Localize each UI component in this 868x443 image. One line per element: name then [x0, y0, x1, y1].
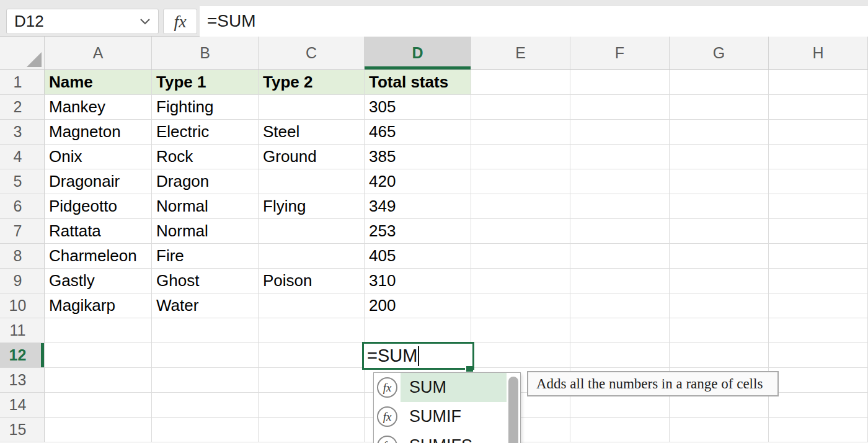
cell-A5[interactable]: Dragonair: [45, 169, 152, 194]
cell-H2[interactable]: [769, 95, 868, 120]
cell-F7[interactable]: [570, 219, 670, 244]
cell-G10[interactable]: [670, 293, 769, 318]
cell-B7[interactable]: Normal: [152, 219, 259, 244]
cell-H12[interactable]: [769, 343, 868, 368]
cell-G9[interactable]: [670, 269, 769, 293]
cell-C8[interactable]: [259, 244, 365, 269]
cell-H5[interactable]: [769, 169, 868, 194]
cell-H6[interactable]: [769, 194, 868, 219]
cell-G2[interactable]: [670, 95, 769, 120]
autocomplete-item-sumif[interactable]: fxSUMIF: [374, 402, 520, 431]
cell-C15[interactable]: [259, 418, 365, 442]
dropdown-scrollbar-thumb[interactable]: [508, 377, 518, 443]
cell-B12[interactable]: [152, 343, 259, 368]
cell-A8[interactable]: Charmeleon: [45, 244, 152, 269]
cell-B15[interactable]: [152, 418, 259, 442]
cell-C6[interactable]: Flying: [259, 194, 365, 219]
autocomplete-item-sumifs[interactable]: fxSUMIFS: [374, 431, 520, 443]
cell-G6[interactable]: [670, 194, 769, 219]
cell-F1[interactable]: [570, 70, 670, 95]
cell-H3[interactable]: [769, 120, 868, 145]
cell-H8[interactable]: [769, 244, 868, 269]
cell-A1[interactable]: Name: [45, 70, 152, 95]
cell-H10[interactable]: [769, 293, 868, 318]
cell-F2[interactable]: [570, 95, 670, 120]
cell-C9[interactable]: Poison: [259, 269, 365, 293]
row-header-12[interactable]: 12: [0, 343, 45, 368]
row-header-1[interactable]: 1: [0, 70, 45, 95]
cell-C1[interactable]: Type 2: [259, 70, 365, 95]
column-header-F[interactable]: F: [570, 37, 670, 70]
row-header-3[interactable]: 3: [0, 120, 45, 145]
cell-A7[interactable]: Rattata: [45, 219, 152, 244]
cell-B6[interactable]: Normal: [152, 194, 259, 219]
cell-A12[interactable]: [45, 343, 152, 368]
active-cell-editor[interactable]: =SUM: [362, 342, 474, 370]
column-header-G[interactable]: G: [670, 37, 769, 70]
cell-H1[interactable]: [769, 70, 868, 95]
select-all-button[interactable]: [0, 37, 45, 70]
cell-B1[interactable]: Type 1: [152, 70, 259, 95]
chevron-down-icon[interactable]: [140, 18, 151, 25]
cell-A4[interactable]: Onix: [45, 145, 152, 169]
cell-C4[interactable]: Ground: [259, 145, 365, 169]
row-header-14[interactable]: 14: [0, 393, 45, 418]
cell-A13[interactable]: [45, 368, 152, 393]
cell-F14[interactable]: [570, 393, 670, 418]
cell-A6[interactable]: Pidgeotto: [45, 194, 152, 219]
row-header-10[interactable]: 10: [0, 293, 45, 318]
cell-E6[interactable]: [471, 194, 570, 219]
cell-E5[interactable]: [471, 169, 570, 194]
column-header-D[interactable]: D: [365, 37, 471, 70]
row-header-15[interactable]: 15: [0, 418, 45, 442]
cell-D11[interactable]: [365, 318, 471, 343]
cell-C7[interactable]: [259, 219, 365, 244]
cell-C14[interactable]: [259, 393, 365, 418]
cell-A14[interactable]: [45, 393, 152, 418]
name-box[interactable]: D12: [6, 9, 159, 34]
cell-B11[interactable]: [152, 318, 259, 343]
fill-handle[interactable]: [465, 366, 473, 372]
cell-G5[interactable]: [670, 169, 769, 194]
column-header-H[interactable]: H: [769, 37, 868, 70]
cell-H15[interactable]: [769, 418, 868, 442]
cell-B8[interactable]: Fire: [152, 244, 259, 269]
cell-C3[interactable]: Steel: [259, 120, 365, 145]
row-header-8[interactable]: 8: [0, 244, 45, 269]
cell-B2[interactable]: Fighting: [152, 95, 259, 120]
cell-F15[interactable]: [570, 418, 670, 442]
autocomplete-item-sum[interactable]: fxSUM: [374, 373, 520, 402]
row-header-4[interactable]: 4: [0, 145, 45, 169]
cell-C11[interactable]: [259, 318, 365, 343]
cell-F11[interactable]: [570, 318, 670, 343]
cell-B4[interactable]: Rock: [152, 145, 259, 169]
column-header-E[interactable]: E: [471, 37, 570, 70]
cell-B5[interactable]: Dragon: [152, 169, 259, 194]
cell-C10[interactable]: [259, 293, 365, 318]
cell-F10[interactable]: [570, 293, 670, 318]
cell-E2[interactable]: [471, 95, 570, 120]
cell-B13[interactable]: [152, 368, 259, 393]
cell-A11[interactable]: [45, 318, 152, 343]
cell-D7[interactable]: 253: [365, 219, 471, 244]
cell-E4[interactable]: [471, 145, 570, 169]
cell-E8[interactable]: [471, 244, 570, 269]
cell-C13[interactable]: [259, 368, 365, 393]
cell-D6[interactable]: 349: [365, 194, 471, 219]
cell-H4[interactable]: [769, 145, 868, 169]
cell-D3[interactable]: 465: [365, 120, 471, 145]
cell-G12[interactable]: [670, 343, 769, 368]
row-header-5[interactable]: 5: [0, 169, 45, 194]
cell-D1[interactable]: Total stats: [365, 70, 471, 95]
column-header-B[interactable]: B: [152, 37, 259, 70]
cell-F6[interactable]: [570, 194, 670, 219]
insert-function-button[interactable]: fx: [163, 9, 197, 34]
cell-F4[interactable]: [570, 145, 670, 169]
cell-G14[interactable]: [670, 393, 769, 418]
cell-E7[interactable]: [471, 219, 570, 244]
cell-G8[interactable]: [670, 244, 769, 269]
row-header-9[interactable]: 9: [0, 269, 45, 293]
row-header-11[interactable]: 11: [0, 318, 45, 343]
cell-G11[interactable]: [670, 318, 769, 343]
cell-B3[interactable]: Electric: [152, 120, 259, 145]
